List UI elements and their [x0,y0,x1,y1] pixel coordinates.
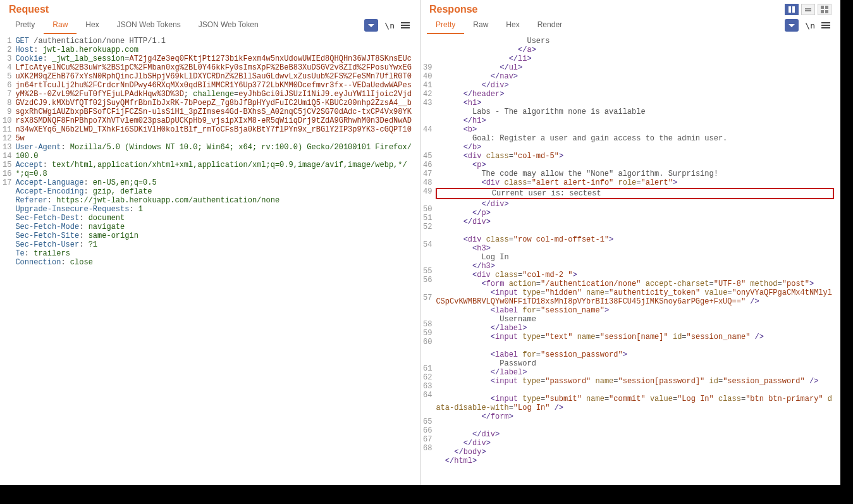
tab-resp-pretty[interactable]: Pretty [427,16,464,34]
caret-down-icon [789,24,795,27]
tab-resp-hex[interactable]: Hex [497,16,528,34]
layout-rows-button[interactable] [801,4,815,15]
tab-pretty[interactable]: Pretty [6,16,44,34]
tab-raw[interactable]: Raw [44,16,77,34]
caret-down-icon [368,24,374,27]
request-title: Request [9,4,49,15]
tab-jwt[interactable]: JSON Web Token [190,16,267,34]
response-title: Response [429,4,477,15]
app-window: Request Pretty Raw Hex JSON Web Tokens J… [0,0,840,485]
resp-newline-toggle[interactable]: \n [805,21,815,30]
request-tabs: Pretty Raw Hex JSON Web Tokens JSON Web … [0,15,420,34]
layout-grid-button[interactable] [818,4,832,15]
request-header: Request [0,0,420,15]
resp-options-icon[interactable] [821,22,830,28]
request-panel: Request Pretty Raw Hex JSON Web Tokens J… [0,0,420,485]
tab-resp-render[interactable]: Render [529,16,571,34]
tab-resp-raw[interactable]: Raw [464,16,497,34]
options-icon[interactable] [401,22,410,28]
newline-toggle[interactable]: \n [384,21,395,30]
response-tabs: Pretty Raw Hex Render \n [420,15,840,34]
layout-toggle [785,4,832,15]
tab-jwt-plural[interactable]: JSON Web Tokens [108,16,190,34]
request-editor[interactable]: 1234567891011121314151617 GET /authentic… [0,34,420,485]
response-panel: Response Pretty Raw Hex Render \n 394041… [420,0,840,485]
response-header: Response [420,0,840,15]
layout-columns-button[interactable] [785,4,799,15]
response-viewer[interactable]: 3940414243 44 4546474849 505152 54 5556 … [420,34,840,485]
actions-dropdown[interactable] [364,19,378,32]
resp-actions-dropdown[interactable] [785,19,799,32]
tab-hex[interactable]: Hex [77,16,107,34]
